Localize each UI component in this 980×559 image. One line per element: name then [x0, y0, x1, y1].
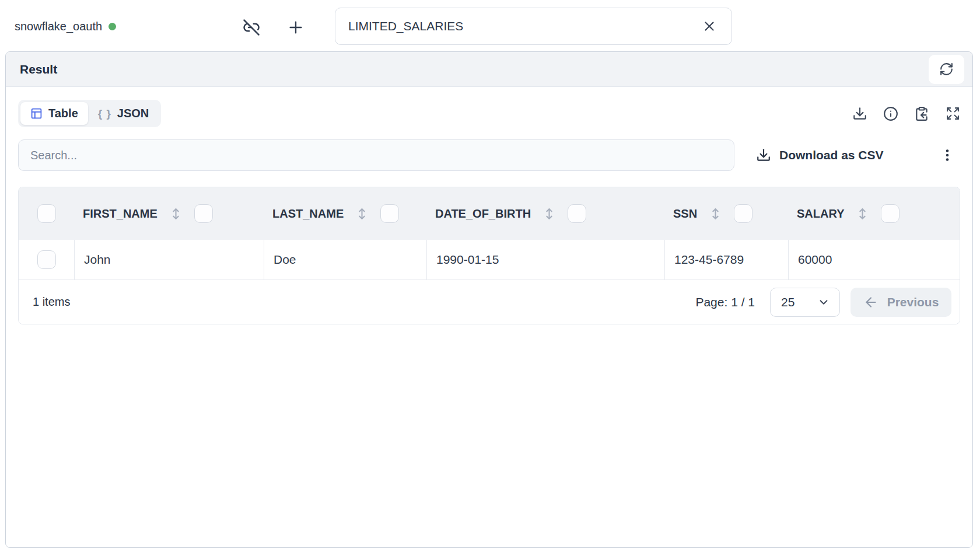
page-indicator: Page: 1 / 1: [695, 295, 755, 309]
column-header-last-name: LAST_NAME: [264, 187, 426, 240]
column-label: LAST_NAME: [272, 207, 344, 221]
connection-info[interactable]: snowflake_oauth: [15, 20, 116, 33]
panel-title: Result: [20, 62, 57, 76]
sort-icon[interactable]: [542, 207, 556, 221]
result-actions: [852, 106, 960, 121]
download-button[interactable]: [852, 106, 867, 121]
table-header-row: FIRST_NAME LAST_NAME DATE_OF_BIR: [19, 187, 960, 240]
sort-icon[interactable]: [708, 207, 723, 221]
cell-last-name: Doe: [264, 240, 426, 280]
tab-table-label: Table: [48, 107, 78, 120]
tab-json-label: JSON: [117, 107, 149, 120]
page-size-select[interactable]: 25: [770, 288, 840, 317]
column-label: SALARY: [797, 207, 844, 221]
column-label: FIRST_NAME: [83, 207, 158, 221]
cell-ssn: 123-45-6789: [664, 240, 788, 280]
download-csv-button[interactable]: Download as CSV: [756, 148, 884, 163]
braces-icon: { }: [98, 107, 111, 120]
download-icon: [852, 106, 867, 121]
items-count: 1 items: [33, 295, 70, 309]
column-header-first-name: FIRST_NAME: [74, 187, 264, 240]
cell-salary: 60000: [788, 240, 960, 280]
column-checkbox[interactable]: [881, 204, 900, 223]
download-csv-label: Download as CSV: [779, 148, 884, 162]
select-all-cell: [19, 187, 74, 240]
info-button[interactable]: [883, 106, 898, 121]
sort-icon[interactable]: [855, 207, 870, 221]
table-icon: [30, 107, 43, 120]
column-header-ssn: SSN: [664, 187, 788, 240]
clipboard-paste-icon: [914, 106, 929, 121]
sort-icon[interactable]: [169, 207, 183, 221]
column-header-date-of-birth: DATE_OF_BIRTH: [426, 187, 664, 240]
result-panel-header: Result: [6, 52, 972, 87]
download-icon: [756, 148, 771, 163]
chevron-down-icon: [817, 296, 830, 309]
row-checkbox[interactable]: [37, 250, 56, 269]
sort-icon[interactable]: [355, 207, 369, 221]
kebab-icon: [940, 148, 955, 163]
query-name-input[interactable]: [348, 19, 701, 33]
connection-name: snowflake_oauth: [15, 20, 102, 33]
results-table: FIRST_NAME LAST_NAME DATE_OF_BIR: [18, 187, 960, 324]
top-bar: snowflake_oauth: [0, 0, 980, 51]
add-tab-button[interactable]: [286, 18, 306, 37]
previous-page-button[interactable]: Previous: [850, 288, 951, 317]
copy-results-button[interactable]: [914, 106, 929, 121]
row-select-cell: [19, 240, 74, 280]
arrow-left-icon: [863, 295, 878, 310]
search-input[interactable]: [18, 139, 734, 171]
cell-first-name: John: [74, 240, 264, 280]
column-label: SSN: [673, 207, 697, 221]
table-footer: 1 items Page: 1 / 1 25 Previous: [19, 280, 960, 324]
previous-label: Previous: [887, 295, 939, 309]
expand-icon: [946, 106, 960, 121]
fullscreen-button[interactable]: [945, 106, 960, 121]
column-label: DATE_OF_BIRTH: [435, 207, 531, 221]
column-header-salary: SALARY: [788, 187, 960, 240]
refresh-icon: [939, 62, 954, 76]
refresh-button[interactable]: [929, 55, 964, 84]
connection-status-dot: [108, 23, 116, 30]
column-checkbox[interactable]: [380, 204, 399, 223]
disconnect-button[interactable]: [242, 18, 261, 37]
table-row[interactable]: John Doe 1990-01-15 123-45-6789 60000: [19, 240, 960, 280]
info-icon: [883, 106, 898, 121]
cell-date-of-birth: 1990-01-15: [426, 240, 664, 280]
view-toggle: Table { } JSON: [18, 100, 161, 127]
tab-json[interactable]: { } JSON: [88, 102, 159, 125]
column-checkbox[interactable]: [568, 204, 586, 223]
plus-icon: [286, 18, 305, 37]
table-controls: Download as CSV: [18, 139, 960, 171]
query-name-field[interactable]: [335, 8, 732, 45]
column-checkbox[interactable]: [194, 204, 213, 223]
result-panel: Result Table { } JSON: [5, 51, 973, 548]
clear-query-button[interactable]: [701, 18, 718, 34]
more-options-button[interactable]: [939, 146, 956, 165]
column-checkbox[interactable]: [734, 204, 752, 223]
result-toolbar: Table { } JSON: [18, 100, 960, 127]
page-size-value: 25: [781, 295, 794, 309]
unlink-icon: [243, 19, 260, 36]
tab-table[interactable]: Table: [20, 102, 88, 125]
select-all-checkbox[interactable]: [37, 204, 56, 223]
